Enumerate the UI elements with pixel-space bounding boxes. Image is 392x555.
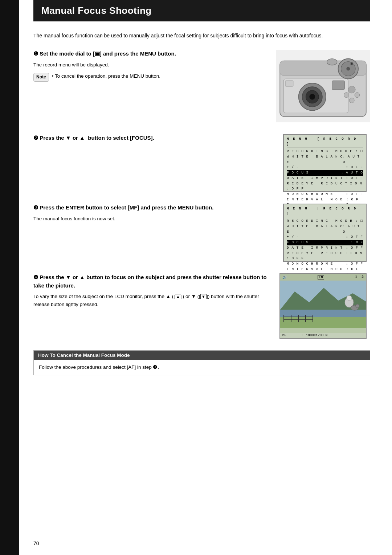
note-text: • To cancel the operation, press the MEN… (52, 72, 160, 80)
step-2-section: ❷ Press the ▼ or ▲ button to select [FOC… (33, 134, 370, 192)
svg-point-32 (356, 304, 359, 308)
lcd-screen: 🔊 IN 1 2 (279, 273, 367, 339)
menu-screen-2: M E N U [ R E C O R D ] R E C O R D I N … (283, 204, 367, 262)
svg-rect-17 (285, 81, 293, 87)
lcd-mf-label: MF (282, 334, 286, 337)
svg-point-15 (355, 93, 360, 98)
menu-header-1: M E N U [ R E C O R D ] (287, 137, 363, 147)
menu-row-2-0: R E C O R D I N G M O D E: □ (287, 219, 363, 224)
lcd-icon-sound: 🔊 (282, 275, 287, 279)
menu-row-1-0: R E C O R D I N G M O D E: □ (287, 149, 363, 154)
svg-rect-21 (280, 317, 366, 328)
menu-row-2-1: W H I T E B A L A N C E: A U T O (287, 224, 363, 234)
step-1-image: ▣ (276, 50, 370, 122)
menu-header-2: M E N U [ R E C O R D ] (287, 207, 363, 217)
step-1-section: ❶ Set the mode dial to [▣] and press the… (33, 50, 370, 122)
step-2-number: ❷ (33, 135, 38, 141)
menu-row-2-6: M O N O C H R O M E: O F F (287, 261, 363, 267)
step-4-body: To vary the size of the subject on the L… (33, 293, 271, 308)
svg-point-11 (309, 94, 315, 100)
step-3-body: The manual focus function is now set. (33, 215, 274, 223)
step-4-section: ❹ Press the ▼ or ▲ button to focus on th… (33, 273, 370, 339)
menu-row-1-1: W H I T E B A L A N C E: A U T O (287, 154, 363, 165)
svg-point-13 (348, 86, 355, 93)
sidebar-strip (0, 0, 19, 555)
step-3-section: ❸ Press the ENTER button to select [MF] … (33, 204, 370, 262)
camera-svg: ▣ (276, 50, 370, 122)
step-3-title: ❸ Press the ENTER button to select [MF] … (33, 204, 274, 212)
info-box-title: How To Cancel the Manual Focus Mode (34, 351, 370, 360)
menu-screen-wrapper-2: M E N U [ R E C O R D ] R E C O R D I N … (283, 204, 367, 262)
menu-screen-wrapper-1: M E N U [ R E C O R D ] R E C O R D I N … (283, 134, 367, 192)
step-3-left: ❸ Press the ENTER button to select [MF] … (33, 204, 274, 223)
menu-row-2-2: + / -: O F F (287, 234, 363, 240)
lcd-top-bar: 🔊 IN 1 2 (280, 274, 366, 281)
svg-point-16 (344, 93, 349, 98)
step-1-left: ❶ Set the mode dial to [▣] and press the… (33, 50, 267, 85)
lcd-frame-count: 1 2 (355, 275, 364, 279)
page-content: Manual Focus Shooting The manual focus f… (19, 0, 392, 397)
intro-text: The manual focus function can be used to… (33, 32, 370, 40)
menu-row-1-5: R E D E Y E R E D U C T I O N : O F F (287, 181, 363, 192)
step-1-note: Note • To cancel the operation, press th… (33, 72, 267, 81)
info-box-body: Follow the above procedures and select [… (34, 360, 370, 375)
step-2-image: M E N U [ R E C O R D ] R E C O R D I N … (283, 134, 370, 192)
svg-text:▣: ▣ (350, 62, 354, 65)
step-2-left: ❷ Press the ▼ or ▲ button to select [FOC… (33, 134, 274, 145)
step-4-number: ❹ (33, 274, 38, 280)
menu-row-2-4: D A T E I M P R I N T: O F F (287, 245, 363, 251)
menu-row-2-5: R E D E Y E R E D U C T I O N : O F F (287, 251, 363, 261)
step-3-image: M E N U [ R E C O R D ] R E C O R D I N … (283, 204, 370, 262)
title-bar: Manual Focus Shooting (33, 0, 370, 21)
page-number: 70 (19, 540, 39, 546)
svg-point-6 (327, 59, 337, 65)
step-1-title: ❶ Set the mode dial to [▣] and press the… (33, 50, 267, 58)
step-4-image: 🔊 IN 1 2 (279, 273, 370, 339)
info-box: How To Cancel the Manual Focus Mode Foll… (33, 350, 370, 375)
lcd-scene-svg (280, 281, 366, 328)
step-3-number: ❸ (33, 204, 38, 211)
svg-point-30 (347, 295, 352, 301)
lcd-bottom-bar: MF □ 1800×1200 N (280, 333, 366, 338)
note-label: Note (33, 73, 49, 81)
svg-point-14 (349, 98, 354, 103)
menu-screen-1: M E N U [ R E C O R D ] R E C O R D I N … (283, 134, 367, 192)
menu-row-1-3: F O C U S: A U T O (287, 170, 363, 176)
svg-point-4 (346, 67, 350, 71)
step-4-left: ❹ Press the ▼ or ▲ button to focus on th… (33, 273, 271, 308)
menu-row-1-4: D A T E I M P R I N T: O F F (287, 176, 363, 181)
step-4-title: ❹ Press the ▼ or ▲ button to focus on th… (33, 273, 271, 290)
step-2-title: ❷ Press the ▼ or ▲ button to select [FOC… (33, 134, 274, 142)
menu-row-2-3: F O C U S: M F (287, 240, 363, 245)
lcd-resolution: □ 1800×1200 N (302, 334, 327, 337)
lcd-in-label: IN (318, 275, 324, 279)
menu-row-1-2: + / -: O F F (287, 165, 363, 170)
lcd-scene (280, 281, 366, 328)
step-1-number: ❶ (33, 50, 38, 57)
svg-rect-12 (332, 81, 345, 90)
menu-row-1-6: M O N O C H R O M E: O F F (287, 192, 363, 197)
page-title: Manual Focus Shooting (41, 5, 362, 16)
step-1-body: The record menu will be displayed. (33, 61, 267, 69)
